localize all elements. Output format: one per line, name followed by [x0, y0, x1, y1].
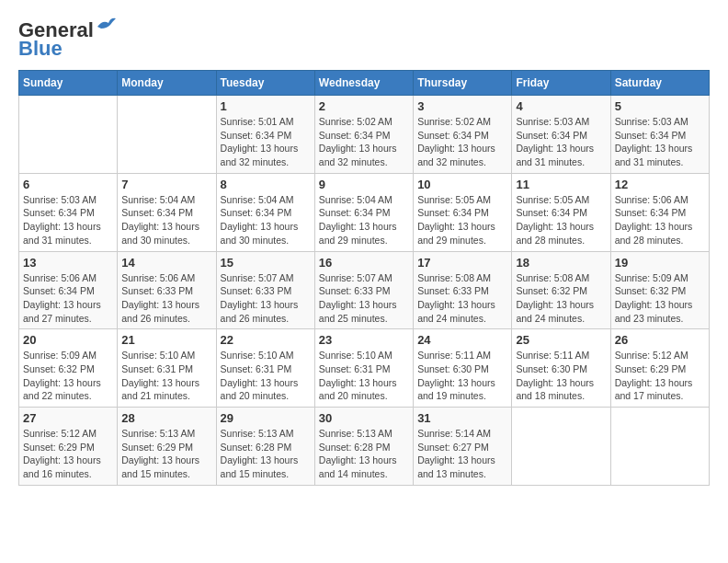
- calendar-cell: 22Sunrise: 5:10 AMSunset: 6:31 PMDayligh…: [216, 329, 314, 408]
- day-number: 18: [516, 256, 606, 270]
- calendar-cell: [512, 408, 610, 486]
- day-info: Sunrise: 5:12 AMSunset: 6:29 PMDaylight:…: [615, 349, 705, 403]
- day-number: 24: [417, 333, 507, 347]
- calendar-week-2: 6Sunrise: 5:03 AMSunset: 6:34 PMDaylight…: [19, 173, 710, 251]
- day-info: Sunrise: 5:03 AMSunset: 6:34 PMDaylight:…: [516, 115, 606, 169]
- calendar-cell: 14Sunrise: 5:06 AMSunset: 6:33 PMDayligh…: [118, 251, 216, 329]
- day-info: Sunrise: 5:05 AMSunset: 6:34 PMDaylight:…: [516, 193, 606, 247]
- day-number: 5: [615, 99, 705, 113]
- day-info: Sunrise: 5:14 AMSunset: 6:27 PMDaylight:…: [417, 427, 507, 481]
- day-number: 13: [23, 256, 113, 270]
- calendar-cell: [610, 408, 709, 486]
- calendar-cell: 5Sunrise: 5:03 AMSunset: 6:34 PMDaylight…: [610, 96, 709, 174]
- day-info: Sunrise: 5:10 AMSunset: 6:31 PMDaylight:…: [121, 349, 211, 403]
- day-info: Sunrise: 5:05 AMSunset: 6:34 PMDaylight:…: [417, 193, 507, 247]
- day-info: Sunrise: 5:04 AMSunset: 6:34 PMDaylight:…: [121, 193, 211, 247]
- weekday-header-friday: Friday: [512, 71, 610, 96]
- weekday-header-row: SundayMondayTuesdayWednesdayThursdayFrid…: [19, 71, 710, 96]
- day-number: 9: [319, 178, 409, 191]
- calendar-cell: 20Sunrise: 5:09 AMSunset: 6:32 PMDayligh…: [19, 329, 118, 408]
- calendar-cell: 1Sunrise: 5:01 AMSunset: 6:34 PMDaylight…: [216, 96, 314, 174]
- day-info: Sunrise: 5:06 AMSunset: 6:34 PMDaylight:…: [23, 271, 113, 326]
- calendar-table: SundayMondayTuesdayWednesdayThursdayFrid…: [18, 70, 710, 486]
- day-number: 14: [121, 256, 211, 270]
- calendar-cell: 19Sunrise: 5:09 AMSunset: 6:32 PMDayligh…: [610, 251, 709, 329]
- day-info: Sunrise: 5:10 AMSunset: 6:31 PMDaylight:…: [221, 349, 311, 403]
- day-number: 26: [615, 333, 705, 347]
- day-number: 31: [417, 411, 507, 425]
- logo: General Blue: [18, 18, 116, 61]
- day-number: 3: [417, 99, 507, 113]
- day-info: Sunrise: 5:12 AMSunset: 6:29 PMDaylight:…: [23, 427, 113, 481]
- day-number: 25: [516, 333, 606, 347]
- calendar-cell: 2Sunrise: 5:02 AMSunset: 6:34 PMDaylight…: [314, 96, 413, 174]
- calendar-cell: 21Sunrise: 5:10 AMSunset: 6:31 PMDayligh…: [118, 329, 216, 408]
- calendar-cell: 18Sunrise: 5:08 AMSunset: 6:32 PMDayligh…: [512, 251, 610, 329]
- day-info: Sunrise: 5:07 AMSunset: 6:33 PMDaylight:…: [221, 271, 311, 326]
- calendar-cell: 13Sunrise: 5:06 AMSunset: 6:34 PMDayligh…: [19, 251, 118, 329]
- day-info: Sunrise: 5:06 AMSunset: 6:34 PMDaylight:…: [615, 193, 705, 247]
- calendar-header: SundayMondayTuesdayWednesdayThursdayFrid…: [19, 71, 710, 96]
- calendar-cell: 30Sunrise: 5:13 AMSunset: 6:28 PMDayligh…: [314, 408, 413, 486]
- logo-bird-icon: [96, 17, 116, 34]
- day-number: 21: [121, 333, 211, 347]
- calendar-cell: 6Sunrise: 5:03 AMSunset: 6:34 PMDaylight…: [19, 173, 118, 251]
- calendar-cell: 28Sunrise: 5:13 AMSunset: 6:29 PMDayligh…: [118, 408, 216, 486]
- day-number: 27: [23, 411, 113, 425]
- calendar-cell: 31Sunrise: 5:14 AMSunset: 6:27 PMDayligh…: [414, 408, 512, 486]
- day-info: Sunrise: 5:13 AMSunset: 6:28 PMDaylight:…: [221, 427, 311, 481]
- calendar-cell: 7Sunrise: 5:04 AMSunset: 6:34 PMDaylight…: [118, 173, 216, 251]
- calendar-cell: [19, 96, 118, 174]
- day-number: 12: [615, 178, 705, 191]
- day-info: Sunrise: 5:02 AMSunset: 6:34 PMDaylight:…: [319, 115, 409, 169]
- day-number: 22: [221, 333, 311, 347]
- calendar-cell: 27Sunrise: 5:12 AMSunset: 6:29 PMDayligh…: [19, 408, 118, 486]
- day-info: Sunrise: 5:13 AMSunset: 6:29 PMDaylight:…: [121, 427, 211, 481]
- calendar-cell: 29Sunrise: 5:13 AMSunset: 6:28 PMDayligh…: [216, 408, 314, 486]
- page-header: General Blue: [18, 18, 710, 61]
- calendar-week-3: 13Sunrise: 5:06 AMSunset: 6:34 PMDayligh…: [19, 251, 710, 329]
- day-number: 8: [221, 178, 311, 191]
- day-info: Sunrise: 5:01 AMSunset: 6:34 PMDaylight:…: [221, 115, 311, 169]
- day-info: Sunrise: 5:09 AMSunset: 6:32 PMDaylight:…: [23, 349, 113, 403]
- calendar-cell: 3Sunrise: 5:02 AMSunset: 6:34 PMDaylight…: [414, 96, 512, 174]
- day-number: 23: [319, 333, 409, 347]
- day-info: Sunrise: 5:13 AMSunset: 6:28 PMDaylight:…: [319, 427, 409, 481]
- day-info: Sunrise: 5:08 AMSunset: 6:32 PMDaylight:…: [516, 271, 606, 326]
- calendar-cell: 17Sunrise: 5:08 AMSunset: 6:33 PMDayligh…: [414, 251, 512, 329]
- day-info: Sunrise: 5:11 AMSunset: 6:30 PMDaylight:…: [516, 349, 606, 403]
- day-number: 1: [221, 99, 311, 113]
- day-number: 11: [516, 178, 606, 191]
- calendar-cell: 11Sunrise: 5:05 AMSunset: 6:34 PMDayligh…: [512, 173, 610, 251]
- calendar-cell: 16Sunrise: 5:07 AMSunset: 6:33 PMDayligh…: [314, 251, 413, 329]
- weekday-header-sunday: Sunday: [19, 71, 118, 96]
- calendar-cell: 8Sunrise: 5:04 AMSunset: 6:34 PMDaylight…: [216, 173, 314, 251]
- weekday-header-saturday: Saturday: [610, 71, 709, 96]
- calendar-cell: 24Sunrise: 5:11 AMSunset: 6:30 PMDayligh…: [414, 329, 512, 408]
- calendar-body: 1Sunrise: 5:01 AMSunset: 6:34 PMDaylight…: [19, 96, 710, 486]
- day-number: 15: [221, 256, 311, 270]
- calendar-cell: 12Sunrise: 5:06 AMSunset: 6:34 PMDayligh…: [610, 173, 709, 251]
- day-number: 6: [23, 178, 113, 191]
- day-number: 20: [23, 333, 113, 347]
- day-number: 17: [417, 256, 507, 270]
- day-info: Sunrise: 5:06 AMSunset: 6:33 PMDaylight:…: [121, 271, 211, 326]
- weekday-header-wednesday: Wednesday: [314, 71, 413, 96]
- weekday-header-tuesday: Tuesday: [216, 71, 314, 96]
- calendar-cell: 26Sunrise: 5:12 AMSunset: 6:29 PMDayligh…: [610, 329, 709, 408]
- day-number: 7: [121, 178, 211, 191]
- weekday-header-monday: Monday: [118, 71, 216, 96]
- day-info: Sunrise: 5:04 AMSunset: 6:34 PMDaylight:…: [319, 193, 409, 247]
- calendar-week-4: 20Sunrise: 5:09 AMSunset: 6:32 PMDayligh…: [19, 329, 710, 408]
- day-number: 2: [319, 99, 409, 113]
- calendar-cell: 10Sunrise: 5:05 AMSunset: 6:34 PMDayligh…: [414, 173, 512, 251]
- day-info: Sunrise: 5:03 AMSunset: 6:34 PMDaylight:…: [23, 193, 113, 247]
- calendar-cell: [118, 96, 216, 174]
- day-info: Sunrise: 5:11 AMSunset: 6:30 PMDaylight:…: [417, 349, 507, 403]
- calendar-cell: 15Sunrise: 5:07 AMSunset: 6:33 PMDayligh…: [216, 251, 314, 329]
- calendar-cell: 23Sunrise: 5:10 AMSunset: 6:31 PMDayligh…: [314, 329, 413, 408]
- day-number: 4: [516, 99, 606, 113]
- weekday-header-thursday: Thursday: [414, 71, 512, 96]
- calendar-week-5: 27Sunrise: 5:12 AMSunset: 6:29 PMDayligh…: [19, 408, 710, 486]
- day-number: 16: [319, 256, 409, 270]
